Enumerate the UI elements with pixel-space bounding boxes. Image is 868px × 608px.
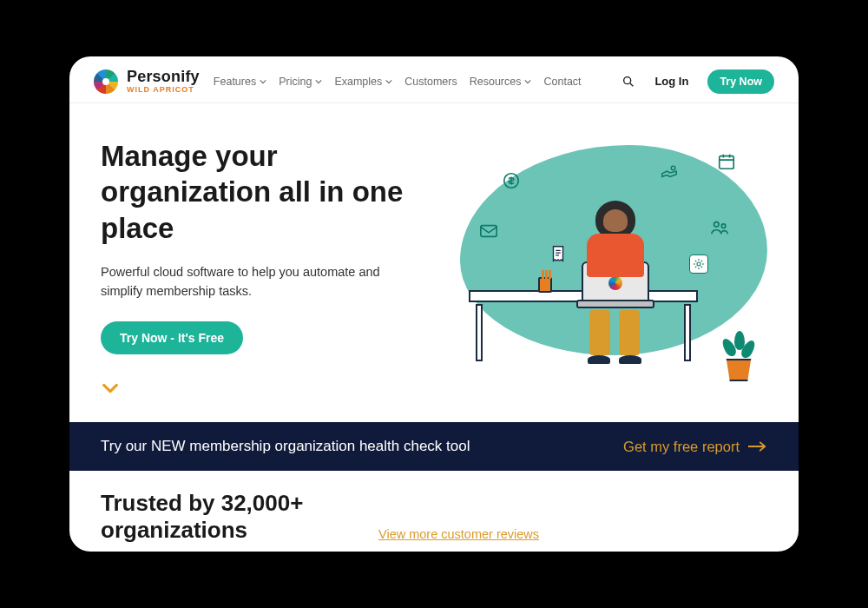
trusted-section: Trusted by 32,000+ organizations View mo… xyxy=(69,471,799,552)
banner-cta-label: Get my free report xyxy=(623,439,740,455)
brand-wheel-icon xyxy=(94,69,118,94)
chevron-down-icon xyxy=(315,78,322,85)
people-icon xyxy=(710,218,729,237)
chevron-down-icon xyxy=(385,78,392,85)
try-now-button[interactable]: Try Now xyxy=(707,69,774,94)
arrow-right-icon xyxy=(748,440,767,453)
chevron-down-icon xyxy=(524,78,531,85)
nav-label: Resources xyxy=(470,76,522,88)
svg-rect-4 xyxy=(720,156,734,169)
nav-label: Features xyxy=(214,76,256,88)
search-icon[interactable] xyxy=(621,75,635,89)
hero-cta-button[interactable]: Try Now - It's Free xyxy=(101,321,243,354)
svg-point-6 xyxy=(721,224,726,228)
calendar-icon xyxy=(717,152,736,171)
nav-resources[interactable]: Resources xyxy=(470,76,532,88)
svg-point-3 xyxy=(671,166,675,170)
hero-section: Manage your organization all in one plac… xyxy=(69,103,799,422)
nav-label: Examples xyxy=(334,76,382,88)
hero-subtitle: Powerful cloud software to help you auto… xyxy=(101,263,396,301)
nav-customers[interactable]: Customers xyxy=(404,76,457,88)
svg-point-5 xyxy=(714,222,720,228)
gear-icon xyxy=(689,254,708,274)
chevron-down-icon xyxy=(260,78,266,85)
hero-illustration xyxy=(451,138,767,401)
hero-title: Manage your organization all in one plac… xyxy=(101,138,434,246)
nav-label: Customers xyxy=(404,76,457,88)
nav-label: Pricing xyxy=(279,76,312,88)
customer-reviews-link[interactable]: View more customer reviews xyxy=(378,527,539,545)
svg-point-7 xyxy=(697,262,700,266)
nav-features[interactable]: Features xyxy=(214,76,266,88)
hand-icon xyxy=(660,162,679,182)
site-header: Personify WILD APRICOT Features Pricing … xyxy=(69,56,799,103)
banner-text: Try our NEW membership organization heal… xyxy=(101,438,606,455)
nav-contact[interactable]: Contact xyxy=(543,76,581,88)
main-nav: Features Pricing Examples Customers Reso… xyxy=(214,76,582,88)
nav-label: Contact xyxy=(543,76,581,88)
banner-cta-link[interactable]: Get my free report xyxy=(623,439,767,455)
mail-icon xyxy=(479,221,498,241)
scroll-down-icon[interactable] xyxy=(101,379,434,401)
login-link[interactable]: Log In xyxy=(654,75,688,88)
nav-examples[interactable]: Examples xyxy=(334,76,392,88)
page-frame: Personify WILD APRICOT Features Pricing … xyxy=(69,56,799,552)
dollar-icon xyxy=(502,171,521,190)
trusted-title: Trusted by 32,000+ organizations xyxy=(101,490,361,544)
nav-pricing[interactable]: Pricing xyxy=(279,76,322,88)
svg-point-0 xyxy=(624,76,631,83)
brand-subname: WILD APRICOT xyxy=(127,86,200,94)
receipt-icon xyxy=(549,244,568,263)
brand-logo[interactable]: Personify WILD APRICOT xyxy=(94,69,200,94)
svg-rect-1 xyxy=(481,226,496,237)
brand-name: Personify xyxy=(127,69,200,84)
health-check-banner: Try our NEW membership organization heal… xyxy=(69,422,799,471)
